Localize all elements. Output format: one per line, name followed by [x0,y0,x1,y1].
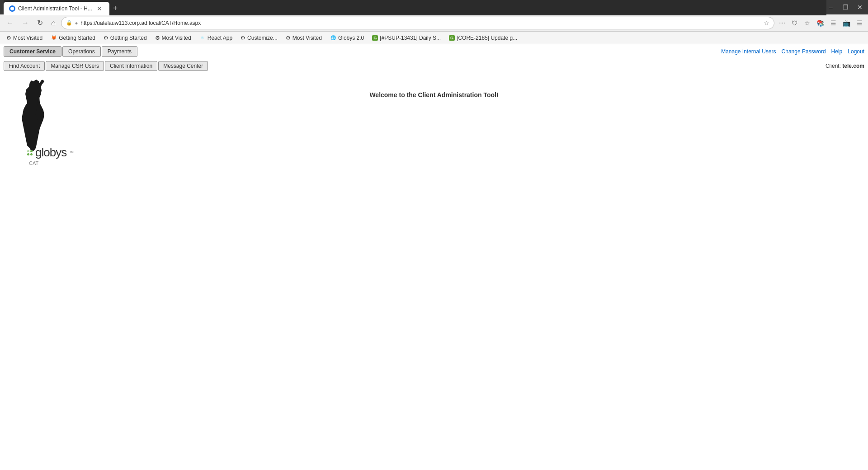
bookmark-customize[interactable]: ⚙ Customize... [237,34,281,42]
active-tab[interactable]: Client Administration Tool - H... ✕ [4,2,109,15]
bookmark-label: Most Visited [292,35,322,41]
bookmark-getting-started-1[interactable]: 🦊 Getting Started [47,34,99,42]
secondary-nav: Find Account Manage CSR Users Client Inf… [0,59,868,73]
nav-operations[interactable]: Operations [62,46,101,57]
firefox-icon-1: 🦊 [51,35,57,41]
bookmark-core[interactable]: G [CORE-2185] Update g... [445,34,521,42]
cat-label: CAT [29,160,38,166]
gear-icon-2: ⚙ [104,35,108,41]
gear-icon-5: ⚙ [286,35,291,41]
react-icon: ⚛ [199,35,206,41]
dot [30,150,33,152]
jira-icon-1: G [372,35,378,41]
menu-icon[interactable]: ☰ [855,18,864,28]
bookmark-label: Getting Started [110,35,147,41]
back-button[interactable]: ← [4,17,16,29]
bookmark-label: [CORE-2185] Update g... [457,35,517,41]
client-name: tele.com [842,63,864,69]
trademark-symbol: ™ [69,150,74,155]
secondary-nav-buttons: Find Account Manage CSR Users Client Inf… [4,61,208,71]
close-button[interactable]: ✕ [855,3,864,12]
find-account-button[interactable]: Find Account [4,61,45,71]
gear-icon-3: ⚙ [155,35,160,41]
bookmarks-bar: ⚙ Most Visited 🦊 Getting Started ⚙ Getti… [0,32,868,44]
client-info: Client: tele.com [826,63,864,69]
bookmark-label: Customize... [247,35,278,41]
title-bar: Client Administration Tool - H... ✕ + – … [0,0,868,14]
cat-silhouette [14,78,50,155]
forward-button[interactable]: → [19,17,32,29]
tab-close-button[interactable]: ✕ [95,4,104,13]
manage-internal-users-link[interactable]: Manage Internal Users [721,48,776,55]
bookmark-label: Most Visited [13,35,42,41]
shield-icon[interactable]: 🛡 [790,18,800,28]
message-center-button[interactable]: Message Center [158,61,208,71]
nav-payments[interactable]: Payments [102,46,137,57]
maximize-button[interactable]: ❐ [841,3,850,12]
client-information-button[interactable]: Client Information [105,61,157,71]
security-indicator: ● [75,20,78,26]
url-input[interactable] [80,20,761,26]
bookmark-label: [#PSUP-13431] Daily S... [380,35,441,41]
bookmark-label: Most Visited [162,35,191,41]
client-label: Client: [826,63,841,69]
bookmark-psup[interactable]: G [#PSUP-13431] Daily S... [368,34,444,42]
globys-brand: globys ™ [27,146,74,160]
bookmark-label: React App [208,35,232,41]
bookmark-star-icon[interactable]: ☆ [764,19,769,27]
manage-csr-users-button[interactable]: Manage CSR Users [46,61,104,71]
bookmark-globys-2[interactable]: 🌐 Globys 2.0 [326,34,368,42]
globe-icon: 🌐 [330,35,336,41]
main-content: globys ™ CAT Welcome to the Client Admin… [0,73,868,344]
bookmark-label: Getting Started [59,35,95,41]
reload-button[interactable]: ↻ [34,17,46,29]
dot [27,150,29,152]
app-header: Customer Service Operations Payments Man… [0,44,868,59]
dot [30,153,33,155]
synced-tabs-icon[interactable]: 📺 [841,18,852,28]
welcome-message: Welcome to the Client Administration Too… [9,91,859,99]
bookmark-most-visited-3[interactable]: ⚙ Most Visited [282,34,326,42]
star-bookmark-icon[interactable]: ☆ [802,18,812,28]
logout-link[interactable]: Logout [848,48,864,55]
tab-favicon [9,5,15,12]
address-bar: 🔒 ● ☆ [61,17,774,29]
logo-area: globys ™ CAT [14,78,74,166]
home-button[interactable]: ⌂ [48,17,58,29]
globys-dots [27,150,33,155]
new-tab-button[interactable]: + [109,4,122,13]
bookmark-getting-started-2[interactable]: ⚙ Getting Started [100,34,151,42]
minimize-button[interactable]: – [826,3,835,12]
nav-bar: ← → ↻ ⌂ 🔒 ● ☆ ⋯ 🛡 ☆ 📚 ☰ 📺 ☰ [0,14,868,32]
bookmark-most-visited-2[interactable]: ⚙ Most Visited [151,34,195,42]
bookmark-label: Globys 2.0 [338,35,364,41]
bookmark-most-visited-1[interactable]: ⚙ Most Visited [3,34,46,42]
change-password-link[interactable]: Change Password [782,48,826,55]
security-icon: 🔒 [66,20,72,26]
library-icon[interactable]: 📚 [815,18,826,28]
help-link[interactable]: Help [831,48,843,55]
more-options-icon[interactable]: ⋯ [777,18,787,28]
window-controls: – ❐ ✕ [826,3,864,12]
nav-right-buttons: ⋯ 🛡 ☆ 📚 ☰ 📺 ☰ [777,18,864,28]
jira-icon-2: G [449,35,455,41]
gear-icon-1: ⚙ [6,35,11,41]
sidebar-icon[interactable]: ☰ [829,18,838,28]
tab-title: Client Administration Tool - H... [18,5,92,12]
bookmark-react-app[interactable]: ⚛ React App [196,34,236,42]
nav-customer-service[interactable]: Customer Service [4,46,61,57]
primary-nav: Customer Service Operations Payments [4,46,137,57]
gear-icon-4: ⚙ [241,35,245,41]
globys-logo-text: globys [35,146,66,160]
header-links: Manage Internal Users Change Password He… [721,48,864,55]
dot [27,153,29,155]
